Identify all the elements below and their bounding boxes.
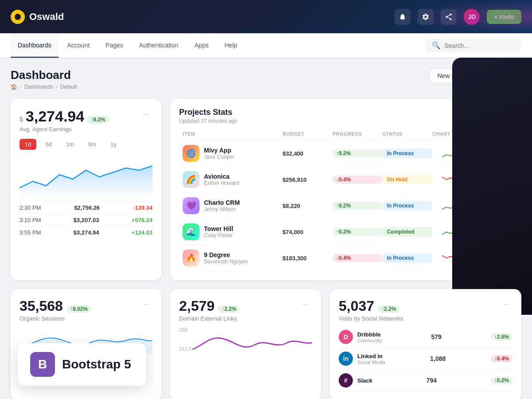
earnings-badge: ↑9.2%	[87, 116, 109, 124]
logo-area: Oswald	[11, 10, 64, 24]
item-progress: ↑9.2%	[332, 228, 383, 236]
breadcrumb-dashboards: Dashboards	[24, 84, 53, 90]
item-person: Cody Fisher	[204, 232, 233, 239]
currency-symbol: $	[20, 116, 23, 123]
logo-text: Oswald	[29, 11, 64, 23]
item-status: In Process	[383, 201, 433, 211]
earnings-amount: 3,274.94	[26, 108, 84, 125]
item-budget: $8,220	[282, 203, 332, 209]
stat-change: +124.03	[132, 229, 153, 236]
item-name: 9 Degree	[204, 251, 248, 258]
invite-button[interactable]: + Invite	[487, 10, 521, 24]
bootstrap-overlay: B Bootstrap 5	[18, 343, 146, 386]
social-type: Social Media	[357, 360, 385, 365]
item-budget: $256,910	[282, 176, 332, 183]
col-budget: BUDGET	[282, 131, 332, 137]
notification-icon[interactable]	[395, 9, 411, 25]
social-info: in Linked In Social Media	[339, 352, 385, 366]
search-input[interactable]	[444, 42, 515, 49]
item-person: Jenny Wilson	[204, 206, 240, 212]
nav-bar: Dashboards Account Pages Authentication …	[0, 33, 532, 58]
social-row: # Slack 794 ↑0.2%	[339, 370, 512, 391]
social-value: 579	[431, 333, 441, 340]
nav-item-authentication[interactable]: Authentication	[132, 33, 186, 58]
breadcrumb-home: 🏠	[11, 84, 17, 90]
earnings-more-button[interactable]: ···	[140, 108, 153, 120]
social-value: 1,088	[430, 355, 446, 362]
col-item: ITEM	[183, 131, 282, 137]
stat-time: 2:30 PM	[20, 204, 41, 211]
page-header: Dashboard 🏠 › Dashboards › Default New P…	[11, 68, 521, 90]
time-filter-6m[interactable]: 6m	[83, 139, 102, 150]
item-person: Jane Cooper	[204, 154, 235, 160]
earnings-chart	[20, 157, 153, 197]
social-row: in Linked In Social Media 1,088 ↓0.4%	[339, 348, 512, 370]
stat-row: 3:10 PM $3,207.03 +576.24	[20, 214, 153, 226]
nav-items: Dashboards Account Pages Authentication …	[11, 33, 244, 58]
item-name: Tower Hill	[204, 225, 233, 232]
social-card: 5,037 ↑2.2% Visits by Social Networks ··…	[330, 289, 521, 399]
social-more-button[interactable]: ···	[500, 298, 512, 310]
header-right: JD + Invite	[395, 9, 521, 25]
item-status: On Hold	[383, 175, 433, 184]
stat-row: 2:30 PM $2,756.26 -139.34	[20, 201, 153, 214]
social-badge: ↑2.2%	[378, 305, 399, 313]
item-name: Mivy App	[204, 147, 235, 154]
time-filter-5d[interactable]: 5d	[40, 139, 57, 150]
stat-row: 3:55 PM $3,274.94 +124.03	[20, 226, 153, 239]
search-icon: 🔍	[432, 41, 441, 50]
time-filter-1y[interactable]: 1y	[105, 139, 122, 150]
nav-item-dashboards[interactable]: Dashboards	[11, 33, 59, 58]
item-progress: ↑9.2%	[332, 149, 383, 157]
share-icon[interactable]	[441, 9, 457, 25]
slack-icon: #	[339, 373, 353, 387]
social-info: D Dribbble Community	[339, 330, 382, 344]
earnings-card: $ 3,274.94 ↑9.2% Avg. Agent Earnings ···…	[11, 99, 161, 280]
social-change: ↑0.2%	[491, 376, 512, 384]
organic-more-button[interactable]: ···	[140, 298, 153, 310]
breadcrumb: 🏠 › Dashboards › Default	[11, 84, 77, 90]
nav-item-apps[interactable]: Apps	[188, 33, 216, 58]
social-change: ↓0.4%	[491, 355, 512, 363]
item-info: 🌊 Tower Hill Cody Fisher	[183, 223, 282, 240]
breadcrumb-default: Default	[60, 84, 77, 90]
time-filter-1d[interactable]: 1d	[20, 139, 36, 150]
time-filter-1m[interactable]: 1m	[61, 139, 79, 150]
item-name: Charto CRM	[204, 199, 240, 206]
social-name: Dribbble	[357, 331, 382, 338]
dribbble-icon: D	[339, 330, 353, 344]
item-progress: ↑9.2%	[332, 202, 383, 210]
item-budget: $74,000	[282, 229, 332, 235]
domain-more-button[interactable]: ···	[300, 298, 312, 310]
social-name: Linked In	[357, 353, 385, 360]
projects-subtitle: Updated 37 minutes ago	[179, 118, 237, 124]
domain-subtitle: Domain External Links	[179, 315, 240, 322]
domain-badge: ↑2.2%	[218, 305, 240, 313]
bootstrap-label: Bootstrap 5	[62, 357, 131, 372]
nav-item-pages[interactable]: Pages	[98, 33, 130, 58]
linkedin-icon: in	[339, 352, 353, 366]
item-avatar: 🌊	[183, 223, 200, 240]
social-info: # Slack	[339, 373, 372, 387]
social-type: Community	[357, 338, 382, 343]
stat-change: -139.34	[133, 204, 153, 211]
stat-amount: $3,274.94	[74, 229, 99, 236]
organic-subtitle: Organic Sessions	[20, 315, 91, 322]
social-change: ↑2.6%	[491, 333, 512, 341]
col-progress: PROGRESS	[332, 131, 383, 137]
earnings-subtitle: Avg. Agent Earnings	[20, 126, 109, 133]
social-subtitle: Visits by Social Networks	[339, 315, 403, 322]
item-status: Completed	[383, 227, 433, 237]
nav-item-help[interactable]: Help	[217, 33, 244, 58]
social-row: D Dribbble Community 579 ↑2.6%	[339, 326, 512, 348]
item-info: 🔥 9 Degree Savannah Nguyen	[183, 250, 282, 266]
nav-item-account[interactable]: Account	[60, 33, 97, 58]
stat-amount: $2,756.26	[74, 204, 100, 211]
top-header: Oswald JD + Invite	[0, 0, 532, 33]
organic-amount: 35,568	[20, 298, 63, 314]
avatar[interactable]: JD	[464, 9, 480, 25]
settings-icon[interactable]	[418, 9, 434, 25]
stat-time: 3:10 PM	[20, 217, 41, 223]
item-avatar: 🌀	[183, 145, 200, 162]
item-name: Avionica	[204, 173, 239, 180]
